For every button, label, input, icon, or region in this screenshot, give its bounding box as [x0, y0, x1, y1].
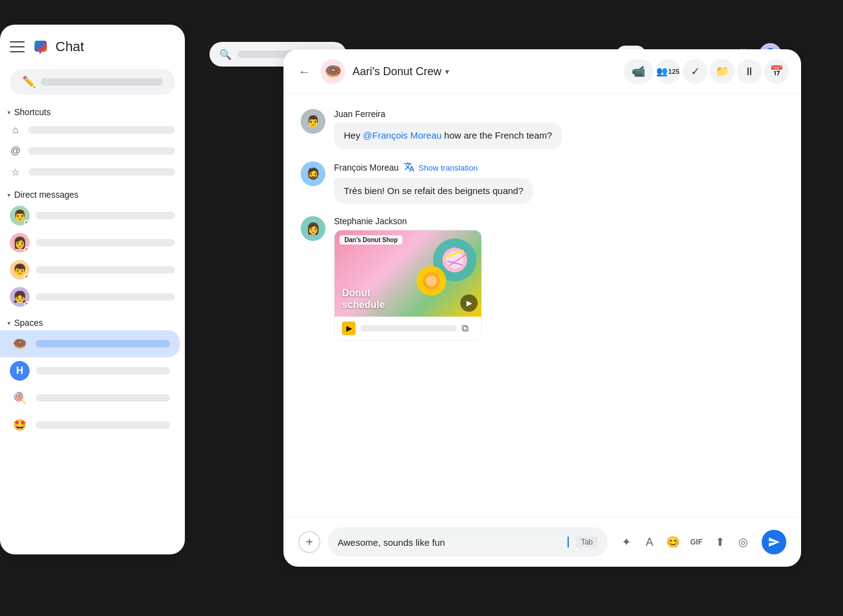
gemini-input-button[interactable]: ✦ — [615, 531, 637, 553]
card-play-button[interactable]: ▶ — [460, 294, 478, 312]
juan-message-bubble: Hey @François Moreau how are the French … — [334, 123, 562, 149]
shortcuts-chevron: ▾ — [7, 109, 10, 116]
space-candy-label — [36, 394, 170, 402]
chat-logo-icon — [31, 37, 51, 57]
tasks-button[interactable]: ✓ — [683, 59, 707, 84]
card-footer-icon: ▶ — [342, 322, 356, 335]
shortcut-mentions-label — [28, 147, 175, 155]
dm-item-4[interactable]: 👧 — [0, 283, 185, 310]
svg-point-9 — [426, 275, 437, 286]
at-icon: @ — [10, 145, 21, 156]
juan-message-content: Juan Ferreira Hey @François Moreau how a… — [334, 109, 562, 149]
shortcut-home[interactable]: ⌂ — [0, 120, 185, 140]
hamburger-menu[interactable] — [10, 41, 25, 52]
francois-sender-row: François Moreau Show translation — [334, 161, 533, 174]
stephanie-message-content: Stephanie Jackson Dan's Donut Shop — [334, 216, 482, 341]
dm-item-2[interactable]: 👩 — [0, 229, 185, 256]
shortcuts-section-header[interactable]: ▾ Shortcuts — [0, 100, 185, 120]
card-footer: ▶ ⧉ — [335, 317, 481, 340]
messages-area: 👨 Juan Ferreira Hey @François Moreau how… — [283, 94, 801, 517]
text-cursor — [568, 537, 569, 548]
juan-sender-name: Juan Ferreira — [334, 109, 385, 119]
dm-name-2 — [36, 239, 175, 246]
translate-row: Show translation — [404, 161, 478, 174]
dm-avatar-2: 👩 — [10, 233, 30, 253]
francois-message-content: François Moreau Show translation Très bi… — [334, 161, 533, 205]
back-button[interactable]: ← — [296, 62, 313, 81]
space-h-label — [36, 367, 170, 375]
dm-avatar-1: 👨 — [10, 206, 30, 225]
space-star-avatar: 🤩 — [10, 415, 30, 435]
space-donut-crew[interactable]: 🍩 — [0, 330, 180, 357]
format-text-button[interactable]: A — [638, 531, 661, 553]
video-call-button[interactable]: 📹 — [624, 59, 653, 84]
juan-avatar: 👨 — [301, 109, 325, 134]
card-footer-title — [360, 325, 457, 331]
juan-sender-row: Juan Ferreira — [334, 109, 562, 119]
message-juan: 👨 Juan Ferreira Hey @François Moreau how… — [301, 109, 784, 149]
space-candy[interactable]: 🍭 — [0, 384, 180, 411]
shortcuts-label: Shortcuts — [14, 107, 51, 117]
shortcut-mentions[interactable]: @ — [0, 140, 185, 161]
send-icon — [768, 536, 780, 548]
sidebar-header: Chat — [0, 25, 185, 64]
space-candy-avatar: 🍭 — [10, 388, 30, 408]
message-input[interactable]: Awesome, sounds like fun — [338, 537, 563, 548]
emoji-button[interactable]: 😊 — [662, 531, 684, 553]
members-button[interactable]: 👥 125 — [656, 59, 680, 84]
more-options-button[interactable]: ◎ — [732, 531, 754, 553]
gif-button[interactable]: GIF — [685, 531, 707, 553]
spaces-section-header[interactable]: ▾ Spaces — [0, 310, 185, 330]
space-h[interactable]: H — [0, 357, 180, 384]
add-attachment-button[interactable]: + — [298, 531, 320, 553]
search-icon: 🔍 — [219, 49, 232, 60]
spaces-chevron: ▾ — [7, 320, 10, 326]
shortcut-starred-label — [28, 168, 175, 176]
space-h-avatar: H — [10, 361, 30, 381]
star-icon: ☆ — [10, 166, 21, 177]
new-chat-button[interactable]: ✏️ — [10, 69, 175, 95]
stephanie-sender-row: Stephanie Jackson — [334, 216, 482, 226]
calendar-button[interactable]: 📅 — [764, 59, 789, 84]
send-button[interactable] — [762, 530, 786, 554]
chat-header: ← 🍩 Aari's Donut Crew ▾ 📹 👥 125 ✓ 📁 ⏸ — [283, 49, 801, 94]
space-star[interactable]: 🤩 — [0, 411, 180, 439]
direct-messages-header[interactable]: ▾ Direct messages — [0, 182, 185, 202]
dm-chevron: ▾ — [7, 192, 10, 198]
dm-avatar-3: 👦 — [10, 260, 30, 280]
copy-link-button[interactable]: ⧉ — [462, 323, 474, 334]
shortcut-home-label — [28, 126, 175, 134]
dm-item-3[interactable]: 👦 — [0, 256, 185, 283]
group-name-chevron: ▾ — [445, 67, 449, 76]
input-actions: ✦ A 😊 GIF ⬆ ◎ — [615, 531, 754, 553]
video-icon: 📹 — [632, 65, 645, 78]
check-icon: ✓ — [691, 65, 700, 78]
francois-message-bubble: Très bien! On se refait des beignets qua… — [334, 178, 533, 205]
spaces-label: Spaces — [14, 318, 43, 328]
donut-decoration-2 — [415, 264, 449, 298]
show-translation-link[interactable]: Show translation — [418, 163, 478, 172]
message-francois: 🧔 François Moreau Show translation Très … — [301, 161, 784, 205]
dm-item-1[interactable]: 👨 — [0, 202, 185, 229]
shortcut-starred[interactable]: ☆ — [0, 161, 185, 182]
card-shop-label: Dan's Donut Shop — [340, 235, 402, 245]
mention-francois: @François Moreau — [363, 130, 442, 140]
direct-messages-label: Direct messages — [14, 190, 78, 200]
app-logo: Chat — [31, 37, 84, 57]
stephanie-sender-name: Stephanie Jackson — [334, 216, 407, 226]
dm-avatar-4: 👧 — [10, 287, 30, 307]
group-avatar: 🍩 — [320, 59, 345, 84]
group-name[interactable]: Aari's Donut Crew ▾ — [352, 65, 449, 78]
upload-button[interactable]: ⬆ — [709, 531, 731, 553]
message-stephanie: 👩 Stephanie Jackson Dan's Donut Shop — [301, 216, 784, 341]
chat-window: ← 🍩 Aari's Donut Crew ▾ 📹 👥 125 ✓ 📁 ⏸ — [283, 49, 801, 567]
app-title: Chat — [55, 39, 84, 55]
stephanie-avatar: 👩 — [301, 216, 325, 241]
integrations-button[interactable]: ⏸ — [737, 59, 762, 84]
folder-icon: 📁 — [715, 65, 729, 78]
dm-name-3 — [36, 266, 175, 274]
message-input-box[interactable]: Awesome, sounds like fun Tab — [328, 527, 608, 557]
tab-badge: Tab — [576, 537, 598, 548]
francois-sender-name: François Moreau — [334, 163, 399, 172]
files-button[interactable]: 📁 — [710, 59, 735, 84]
